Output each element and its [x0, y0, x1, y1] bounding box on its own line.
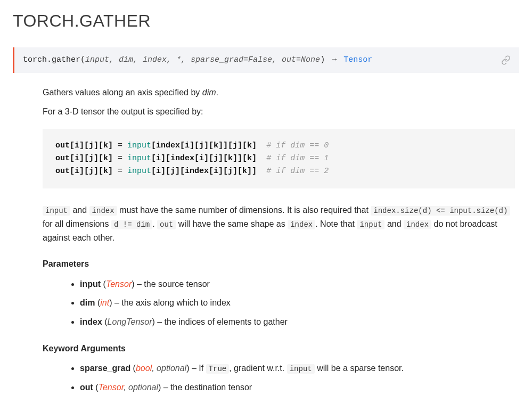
- optional: , optional: [124, 383, 158, 392]
- type-link-bool[interactable]: bool: [136, 364, 152, 373]
- text: will have the same shape as: [176, 219, 288, 228]
- code-idx: [i][j][index[i][j][k]]: [151, 167, 257, 176]
- text: Gathers values along an axis specified b…: [43, 88, 202, 97]
- param-desc: – the source tensor: [135, 279, 210, 289]
- code-example: out[i][j][k] = input[index[i][j][k]][j][…: [43, 129, 515, 188]
- code-idx: [index[i][j][k]][j][k]: [151, 141, 257, 150]
- page-title: TORCH.GATHER: [13, 7, 519, 35]
- code-out: out: [157, 220, 176, 229]
- code-comment: # if dim == 2: [266, 167, 329, 176]
- code-input: input: [357, 220, 384, 229]
- code-eq: =: [113, 167, 127, 176]
- type-longtensor: LongTensor: [108, 317, 152, 326]
- paren: (: [130, 364, 136, 373]
- function-signature: torch.gather(input, dim, index, *, spars…: [13, 47, 519, 73]
- sig-arrow: →: [332, 55, 337, 64]
- paren: (: [95, 298, 100, 307]
- paren: (: [101, 279, 106, 289]
- text: and: [384, 219, 404, 228]
- code-input: input: [127, 167, 151, 176]
- code-index: index: [89, 206, 117, 216]
- kwarg-sparse-grad: sparse_grad (bool, optional) – If True, …: [80, 361, 515, 375]
- signature-text: torch.gather(input, dim, index, *, spars…: [23, 54, 372, 67]
- param-desc: – the destination tensor: [161, 383, 252, 392]
- sig-close-paren: ): [320, 55, 325, 64]
- text: for all dimensions: [43, 219, 111, 228]
- code-input: input: [127, 154, 151, 163]
- parameters-list: input (Tensor) – the source tensor dim (…: [43, 277, 515, 329]
- doc-body: Gathers values along an axis specified b…: [13, 86, 519, 394]
- sig-funcname: torch.gather: [23, 55, 80, 64]
- param-name: index: [80, 317, 102, 326]
- text: will be a sparse tensor.: [315, 364, 404, 373]
- param-desc: – the indices of elements to gather: [155, 317, 288, 326]
- code-pad: [257, 167, 266, 176]
- dim-italic: dim: [202, 88, 216, 97]
- type-link-tensor[interactable]: Tensor: [99, 383, 124, 392]
- code-input: input: [43, 206, 70, 216]
- paren: (: [102, 317, 108, 326]
- code-pad: [257, 141, 266, 150]
- code-index: index: [404, 220, 431, 229]
- text: .: [216, 88, 218, 97]
- code-eq: =: [113, 154, 127, 163]
- code-out: out[i][j][k]: [55, 141, 113, 150]
- param-name: input: [80, 279, 101, 289]
- sig-open-paren: (: [80, 55, 85, 64]
- text: , gradient w.r.t.: [229, 364, 287, 373]
- text: .: [152, 219, 157, 228]
- code-comment: # if dim == 1: [266, 154, 329, 163]
- sig-params: input, dim, index, *, sparse_grad=False,…: [85, 55, 320, 64]
- intro-p2: For a 3-D tensor the output is specified…: [43, 105, 515, 119]
- code-index: index: [288, 220, 315, 229]
- param-input: input (Tensor) – the source tensor: [80, 277, 515, 291]
- kwargs-heading: Keyword Arguments: [43, 342, 515, 356]
- intro-p1: Gathers values along an axis specified b…: [43, 86, 515, 100]
- type-link-int[interactable]: int: [100, 298, 109, 307]
- code-out: out[i][j][k]: [55, 167, 113, 176]
- permalink-icon[interactable]: [501, 55, 511, 65]
- return-type-link[interactable]: Tensor: [343, 55, 372, 64]
- code-pad: [257, 154, 266, 163]
- code-out: out[i][j][k]: [55, 154, 113, 163]
- text: must have the same number of dimensions.…: [117, 205, 371, 215]
- param-name: dim: [80, 298, 95, 307]
- text: – If: [189, 364, 206, 373]
- param-name: sparse_grad: [80, 364, 130, 373]
- code-input: input: [287, 364, 315, 374]
- text: . Note that: [315, 219, 357, 228]
- code-input: input: [127, 141, 151, 150]
- optional: , optional: [152, 364, 186, 373]
- type-link-tensor[interactable]: Tensor: [106, 279, 132, 289]
- code-dim-ne: d != dim: [111, 220, 152, 229]
- code-eq: =: [113, 141, 127, 150]
- param-name: out: [80, 383, 93, 392]
- code-sizecmp: index.size(d) <= input.size(d): [371, 206, 510, 216]
- kwarg-out: out (Tensor, optional) – the destination…: [80, 381, 515, 394]
- text: and: [70, 205, 89, 215]
- code-true: True: [206, 364, 230, 374]
- note-paragraph: input and index must have the same numbe…: [43, 203, 515, 244]
- parameters-heading: Parameters: [43, 257, 515, 271]
- param-index: index (LongTensor) – the indices of elem…: [80, 315, 515, 329]
- param-desc: – the axis along which to index: [112, 298, 230, 307]
- param-dim: dim (int) – the axis along which to inde…: [80, 296, 515, 310]
- code-idx: [i][index[i][j][k]][k]: [151, 154, 257, 163]
- code-comment: # if dim == 0: [266, 141, 329, 150]
- kwargs-list: sparse_grad (bool, optional) – If True, …: [43, 361, 515, 394]
- paren: (: [93, 383, 99, 392]
